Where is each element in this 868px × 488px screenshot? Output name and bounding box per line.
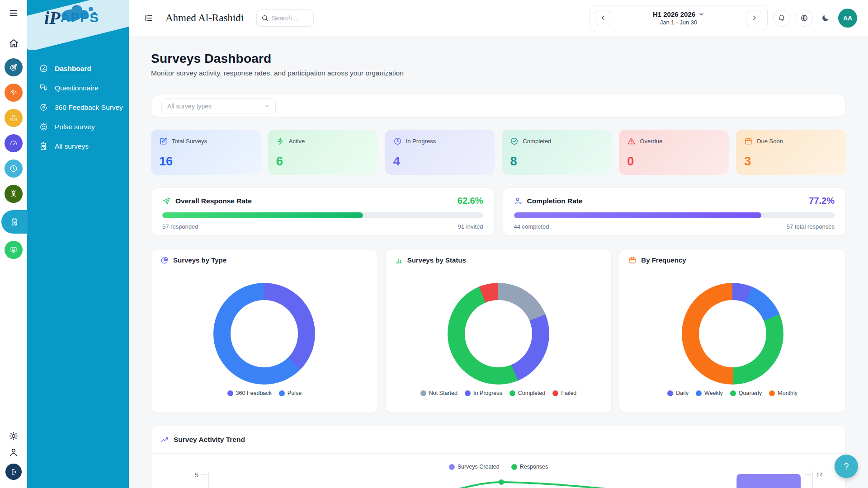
stat-label: Total Surveys (172, 138, 207, 145)
legend-dot (552, 390, 558, 396)
lightning-icon (276, 137, 285, 145)
stat-label: Overdue (640, 138, 662, 145)
app-rail (0, 0, 27, 488)
period-range: Jan 1 - Jun 30 (660, 19, 697, 26)
help-button[interactable]: ? (835, 455, 858, 478)
logo-text-ip: iP (44, 11, 61, 25)
legend-item: In Progress (465, 390, 502, 396)
chart-title: Survey Activity Trend (174, 436, 245, 444)
clock-icon (393, 137, 402, 145)
collapse-sidebar-button[interactable] (144, 13, 154, 23)
sidebar-item-pulse-survey[interactable]: Pulse survey (27, 117, 129, 136)
rail-app-list (0, 58, 28, 266)
chat-bubbles-icon (39, 83, 48, 93)
page-subtitle: Monitor survey activity, response rates,… (151, 69, 846, 77)
y-axis-right-tick: 14 (816, 471, 823, 479)
fingerprint-app-icon[interactable] (5, 84, 23, 102)
page-title: Surveys Dashboard (151, 52, 846, 66)
surveys-by-status-donut (448, 283, 549, 385)
legend-item: Daily (667, 390, 689, 396)
profile-button[interactable] (9, 447, 19, 457)
period-title: H1 2026 2026 (653, 10, 695, 18)
sidebar: iP APPS Dashboard Questionnaire (27, 0, 129, 488)
sidebar-item-dashboard[interactable]: Dashboard (27, 59, 129, 78)
question-mark-icon: ? (844, 461, 849, 471)
clock-app-icon[interactable] (5, 160, 23, 178)
next-period-button[interactable] (746, 10, 762, 26)
kiosk-app-icon[interactable] (5, 241, 23, 259)
legend-label: 360 Feedback (236, 390, 272, 396)
legend-item: Not Started (420, 390, 458, 396)
sidebar-item-360-feedback[interactable]: 360 Feedback Survey (27, 98, 129, 117)
hamburger-menu-button[interactable] (9, 8, 19, 18)
stat-card-active: Active 6 (268, 130, 378, 175)
sidebar-item-all-surveys[interactable]: All surveys (27, 136, 129, 156)
person-check-icon (514, 197, 523, 205)
chevron-down-icon (698, 11, 704, 17)
pie-chart-icon (160, 256, 169, 264)
legend-item: Monthly (769, 390, 797, 396)
gauge-app-icon[interactable] (5, 134, 23, 152)
surveys-app-icon[interactable] (1, 210, 28, 234)
bar-chart-icon (395, 256, 403, 264)
legend-label: Quarterly (739, 390, 762, 396)
by-frequency-card: By Frequency Daily Weekly Quarterly Mont… (619, 249, 846, 413)
legend-label: In Progress (473, 390, 502, 396)
top-bar: Ahmed Al-Rashidi H1 2026 2026 (129, 0, 868, 36)
logout-icon (10, 468, 18, 476)
legend-label: Weekly (704, 390, 723, 396)
progress-track (162, 212, 483, 218)
stats-row: Total Surveys 16 Active 6 (151, 130, 846, 175)
legend-dot (420, 390, 426, 396)
donut-hole (699, 300, 766, 367)
progress-fill (162, 212, 363, 218)
logo-text-apps: APPS (61, 10, 99, 25)
legend-dot (730, 390, 736, 396)
target-app-icon[interactable] (5, 58, 23, 76)
stat-card-due-soon: Due Soon 3 (736, 130, 846, 175)
idea-app-icon[interactable] (5, 185, 23, 203)
app-logo: iP APPS (27, 0, 129, 51)
progress-left-label: 44 completed (514, 223, 549, 230)
period-dropdown[interactable]: H1 2026 2026 Jan 1 - Jun 30 (611, 10, 746, 26)
search-input[interactable] (272, 14, 308, 22)
team-app-icon[interactable] (5, 109, 23, 127)
legend-item: Completed (509, 390, 545, 396)
logout-button[interactable] (5, 464, 22, 480)
hamburger-icon (9, 8, 19, 18)
survey-type-select[interactable]: All survey types (161, 99, 276, 113)
sidebar-nav: Dashboard Questionnaire 360 Feedback Sur… (27, 59, 129, 156)
trend-chart-svg: 5 14 (151, 454, 845, 488)
legend-item: Failed (552, 390, 576, 396)
legend-label: Failed (561, 390, 576, 396)
language-button[interactable] (796, 9, 813, 27)
user-avatar[interactable]: AA (838, 9, 857, 28)
progress-title: Completion Rate (527, 197, 583, 205)
search-box (256, 9, 314, 27)
legend-dot (696, 390, 702, 396)
previous-period-button[interactable] (595, 10, 611, 26)
surveys-by-type-donut (213, 283, 315, 385)
filter-bar: All survey types (151, 95, 846, 117)
progress-percent: 62.6% (458, 196, 483, 206)
stat-label: Completed (523, 138, 551, 145)
stat-card-total-surveys: Total Surveys 16 (151, 130, 261, 175)
period-selector: H1 2026 2026 Jan 1 - Jun 30 (590, 5, 768, 31)
sidebar-item-label: All surveys (55, 142, 89, 150)
notifications-button[interactable] (773, 9, 790, 27)
dark-mode-toggle[interactable] (818, 11, 833, 25)
gear-icon (9, 431, 19, 441)
responses-line (436, 482, 689, 488)
legend-dot (667, 390, 673, 396)
stat-label: Due Soon (757, 138, 783, 145)
stat-value: 8 (510, 155, 604, 168)
search-icon (261, 14, 269, 22)
home-button[interactable] (9, 38, 19, 48)
topbar-right: H1 2026 2026 Jan 1 - Jun 30 (590, 5, 857, 31)
sidebar-item-questionnaire[interactable]: Questionnaire (27, 78, 129, 98)
legend-label: Pulse (288, 390, 302, 396)
rail-bottom (0, 431, 27, 480)
stat-card-overdue: Overdue 0 (619, 130, 729, 175)
legend-dot (769, 390, 775, 396)
settings-button[interactable] (9, 431, 19, 441)
